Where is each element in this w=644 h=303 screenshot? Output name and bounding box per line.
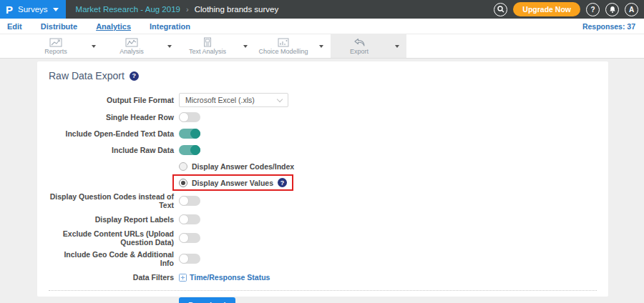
toggle-knob [190, 129, 200, 139]
chevron-down-icon [53, 8, 59, 11]
responses-count[interactable]: Responses: 37 [582, 22, 635, 31]
single-header-row-label: Single Header Row [49, 113, 174, 121]
export-arrow-icon [353, 38, 366, 47]
help-button[interactable]: ? [586, 3, 600, 16]
line-chart-icon [49, 38, 62, 47]
nav-integration[interactable]: Integration [150, 22, 190, 31]
geo-code-toggle[interactable] [179, 254, 200, 264]
toggle-knob [179, 214, 189, 224]
exclude-content-urls-label: Exclude Content URLs (Upload Question Da… [49, 229, 174, 247]
main-nav: Edit Distribute Analytics Integration Re… [0, 19, 644, 34]
toolbar-analysis-label: Analysis [119, 48, 144, 55]
toolbar-group-choice-modelling: Choice Modelling [255, 34, 331, 58]
bar-chart-icon [278, 38, 289, 47]
toggle-knob [179, 233, 189, 243]
output-file-format-label: Output File Format [49, 96, 174, 104]
toolbar-text-analysis[interactable]: Text Analysis [179, 37, 236, 55]
export-dropdown[interactable] [388, 45, 406, 48]
notifications-button[interactable] [605, 3, 619, 16]
toolbar-reports-label: Reports [44, 48, 67, 55]
question-codes-toggle[interactable] [179, 196, 200, 206]
breadcrumb-separator: › [186, 5, 189, 14]
toolbar-analysis[interactable]: Analysis [103, 38, 160, 55]
open-ended-text-label: Include Open-Ended Text Data [49, 129, 174, 138]
raw-data-export-panel: Raw Data Export ? Output File Format Mic… [37, 61, 608, 297]
data-filters-row: Data Filters Time/Response Status [49, 271, 597, 284]
time-response-status-label: Time/Response Status [190, 273, 270, 282]
answer-values-help-icon[interactable]: ? [278, 178, 287, 187]
toggle-knob [190, 145, 200, 155]
single-header-row-toggle[interactable] [179, 112, 200, 122]
output-file-format-row: Output File Format Microsoft Excel (.xls… [49, 93, 597, 107]
panel-header: Raw Data Export ? [49, 70, 597, 81]
topbar-actions: Upgrade Now ? A [494, 2, 644, 16]
data-filters-label: Data Filters [49, 273, 174, 282]
toolbar-choice-modelling-label: Choice Modelling [258, 48, 308, 55]
toolbar-group-analysis: Analysis [103, 34, 179, 58]
display-answer-values-label: Display Answer Values [192, 179, 273, 187]
toolbar-reports[interactable]: Reports [27, 38, 84, 55]
chevron-down-icon [92, 45, 96, 48]
toggle-knob [179, 254, 189, 264]
chevron-down-icon [277, 96, 283, 101]
include-raw-data-toggle[interactable] [179, 145, 200, 155]
chevron-down-icon [243, 45, 248, 48]
answer-values-row: Display Answer Values ? [49, 174, 597, 191]
chevron-down-icon [395, 45, 399, 48]
display-answer-codes-label: Display Answer Codes/Index [192, 162, 294, 171]
avatar[interactable]: A [625, 3, 638, 16]
report-labels-toggle[interactable] [179, 214, 200, 224]
bell-icon [609, 6, 616, 14]
toolbar-export[interactable]: Export [331, 38, 388, 55]
questionpro-logo: P [6, 4, 13, 15]
toolbar-group-text-analysis: Text Analysis [179, 34, 255, 58]
answer-codes-row: Display Answer Codes/Index [49, 160, 597, 173]
toolbar-export-label: Export [350, 48, 369, 55]
text-analysis-dropdown[interactable] [236, 45, 255, 48]
question-codes-label: Display Question Codes instead of Text [49, 192, 174, 209]
brand-block[interactable]: P Surveys [0, 0, 66, 19]
chevron-down-icon [319, 45, 323, 48]
page-title: Raw Data Export [49, 70, 125, 81]
analytics-toolbar: Reports Analysis Text Analysis Choice Mo… [0, 34, 644, 59]
display-answer-values-radio[interactable] [179, 179, 187, 187]
toolbar-group-export: Export [331, 34, 406, 58]
open-ended-text-row: Include Open-Ended Text Data [49, 127, 597, 140]
nav-analytics[interactable]: Analytics [96, 22, 131, 31]
document-icon [203, 37, 213, 47]
search-button[interactable] [494, 3, 507, 16]
top-bar: P Surveys Market Research - Aug 2019 › C… [0, 0, 644, 19]
plus-square-icon [179, 274, 187, 282]
breadcrumb-parent[interactable]: Market Research - Aug 2019 [76, 5, 180, 14]
download-button[interactable]: Download [179, 297, 235, 303]
output-file-format-select[interactable]: Microsoft Excel (.xls) [179, 93, 288, 107]
toolbar-group-reports: Reports [27, 34, 103, 58]
single-header-row: Single Header Row [49, 111, 597, 124]
toggle-knob [179, 196, 189, 206]
reports-dropdown[interactable] [84, 45, 103, 48]
breadcrumb-current: Clothing brands survey [195, 5, 279, 14]
geo-code-label: Include Geo Code & Additional Info [49, 250, 174, 267]
open-ended-text-toggle[interactable] [179, 129, 200, 139]
toolbar-choice-modelling[interactable]: Choice Modelling [255, 38, 312, 55]
exclude-content-urls-toggle[interactable] [179, 233, 200, 243]
toolbar-text-analysis-label: Text Analysis [189, 48, 226, 55]
time-response-status-link[interactable]: Time/Response Status [179, 273, 270, 282]
exclude-content-urls-row: Exclude Content URLs (Upload Question Da… [49, 229, 597, 247]
output-file-format-value: Microsoft Excel (.xls) [185, 96, 255, 104]
analysis-dropdown[interactable] [160, 45, 179, 48]
geo-code-row: Include Geo Code & Additional Info [49, 250, 597, 267]
report-labels-label: Display Report Labels [49, 215, 174, 224]
analysis-chart-icon [125, 38, 138, 47]
include-raw-data-label: Include Raw Data [49, 146, 174, 154]
include-raw-data-row: Include Raw Data [49, 144, 597, 157]
divider [49, 290, 597, 291]
upgrade-now-button[interactable]: Upgrade Now [513, 2, 580, 16]
nav-edit[interactable]: Edit [7, 22, 22, 31]
content-area: Raw Data Export ? Output File Format Mic… [0, 59, 644, 303]
raw-data-export-help-icon[interactable]: ? [130, 71, 139, 81]
nav-distribute[interactable]: Distribute [41, 22, 77, 31]
display-answer-codes-radio[interactable] [179, 162, 187, 171]
choice-modelling-dropdown[interactable] [312, 45, 331, 48]
breadcrumb: Market Research - Aug 2019 › Clothing br… [76, 5, 279, 14]
